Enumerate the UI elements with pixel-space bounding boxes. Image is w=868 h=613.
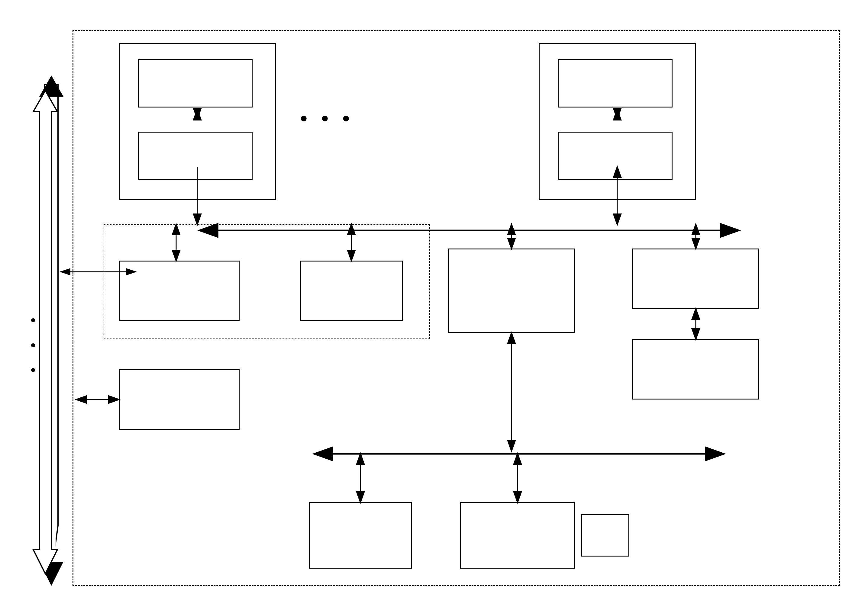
processor-core-box-left [138,59,253,107]
processor-box-10m [539,43,696,200]
ecad-box [581,514,629,557]
processor-core-box-right [558,59,673,107]
system-memory-box [632,339,759,399]
storage-devices-box [460,502,575,569]
processing-node-box [119,369,240,430]
node-ctrl-connect-svg [59,263,138,281]
cache-hierarchy-box-left [138,132,253,180]
mezzanine-bus-bridge-box [448,249,575,333]
inner-dashed-box [104,224,430,339]
cache-hierarchy-box-right [558,132,673,180]
ellipsis-dots: • • • [300,107,354,131]
io-devices-box [309,502,412,569]
processing-nodes-dots: ••• [30,308,36,383]
main-system-box: • • • [73,30,840,586]
memory-controller-box [632,249,759,309]
processor-box-10a [119,43,276,200]
